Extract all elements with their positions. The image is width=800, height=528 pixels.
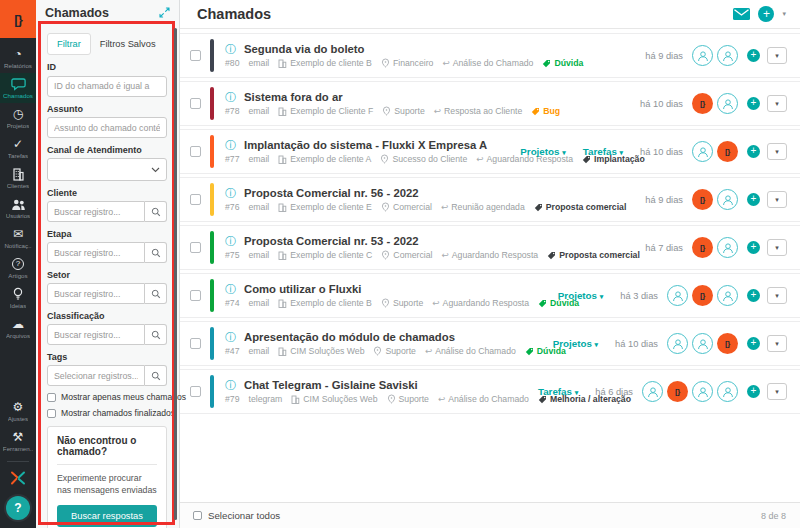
info-icon[interactable]: ⓘ bbox=[225, 140, 236, 151]
row-checkbox[interactable] bbox=[190, 146, 201, 157]
avatar[interactable] bbox=[692, 333, 713, 354]
search-button[interactable] bbox=[145, 242, 167, 263]
link-tarefas[interactable]: Tarefas ▾ bbox=[583, 146, 623, 157]
ticket-title[interactable]: Chat Telegram - Gislaine Saviski bbox=[244, 379, 418, 391]
search-button[interactable] bbox=[145, 201, 167, 222]
avatar[interactable] bbox=[717, 189, 738, 210]
add-assignee-button[interactable]: + bbox=[747, 49, 760, 62]
canal-select[interactable] bbox=[47, 158, 167, 181]
sidebar-item-usuarios[interactable]: Usuários bbox=[0, 193, 36, 223]
avatar[interactable] bbox=[717, 93, 738, 114]
info-icon[interactable]: ⓘ bbox=[225, 188, 236, 199]
filter-checkbox-row[interactable]: Mostrar chamados finalizados bbox=[47, 408, 167, 418]
filter-input-4[interactable] bbox=[47, 242, 145, 263]
app-logo[interactable]: [} bbox=[0, 0, 36, 38]
sidebar-item-ajustes[interactable]: ⚙Ajustes bbox=[0, 396, 36, 426]
ticket-row[interactable]: ⓘ Proposta Comercial nr. 53 - 2022 #75 e… bbox=[180, 225, 800, 270]
row-checkbox[interactable] bbox=[190, 290, 201, 301]
add-assignee-button[interactable]: + bbox=[747, 289, 760, 302]
row-checkbox[interactable] bbox=[190, 242, 201, 253]
row-checkbox[interactable] bbox=[190, 338, 201, 349]
info-icon[interactable]: ⓘ bbox=[225, 44, 236, 55]
ticket-title[interactable]: Como utilizar o Fluxki bbox=[244, 283, 361, 295]
add-assignee-button[interactable]: + bbox=[747, 337, 760, 350]
avatar[interactable] bbox=[692, 141, 713, 162]
avatar[interactable] bbox=[717, 285, 738, 306]
filter-input-1[interactable] bbox=[47, 117, 167, 138]
add-assignee-button[interactable]: + bbox=[747, 97, 760, 110]
collapse-panel-icon[interactable] bbox=[159, 4, 170, 22]
ticket-title[interactable]: Proposta Comercial nr. 56 - 2022 bbox=[244, 187, 419, 199]
search-button[interactable] bbox=[145, 283, 167, 304]
row-checkbox[interactable] bbox=[190, 194, 201, 205]
ticket-title[interactable]: Apresentação do módulo de chamados bbox=[244, 331, 455, 343]
info-icon[interactable]: ⓘ bbox=[225, 380, 236, 391]
sidebar-item-ideias[interactable]: Ideias bbox=[0, 283, 36, 313]
buscar-respostas-button[interactable]: Buscar respostas bbox=[57, 505, 157, 527]
ticket-row[interactable]: ⓘ Segunda via do boleto #80 email Exempl… bbox=[180, 33, 800, 78]
avatar[interactable]: [} bbox=[692, 237, 713, 258]
avatar[interactable]: [} bbox=[667, 381, 688, 402]
sidebar-item-relatorios[interactable]: ◔Relatórios bbox=[0, 43, 36, 73]
info-icon[interactable]: ⓘ bbox=[225, 236, 236, 247]
sidebar-item-arquivos[interactable]: ☁Arquivos bbox=[0, 313, 36, 343]
avatar[interactable] bbox=[692, 45, 713, 66]
avatar[interactable] bbox=[667, 285, 688, 306]
ticket-title[interactable]: Segunda via do boleto bbox=[244, 43, 365, 55]
search-button[interactable] bbox=[145, 324, 167, 345]
link-projetos[interactable]: Projetos ▾ bbox=[553, 338, 598, 349]
info-icon[interactable]: ⓘ bbox=[225, 92, 236, 103]
header-caret-icon[interactable]: ▾ bbox=[782, 10, 786, 18]
checkbox[interactable] bbox=[47, 393, 56, 402]
sidebar-item-projetos[interactable]: ◷Projetos bbox=[0, 103, 36, 133]
avatar[interactable] bbox=[667, 333, 688, 354]
row-actions-button[interactable]: ▾ bbox=[767, 47, 787, 64]
filter-panel-scrollbar[interactable] bbox=[174, 28, 177, 520]
help-button[interactable]: ? bbox=[6, 496, 30, 520]
ticket-row[interactable]: ⓘ Implantação do sistema - Fluxki X Empr… bbox=[180, 129, 800, 174]
ticket-row[interactable]: ⓘ Proposta Comercial nr. 56 - 2022 #76 e… bbox=[180, 177, 800, 222]
avatar[interactable] bbox=[717, 237, 738, 258]
link-projetos[interactable]: Projetos ▾ bbox=[558, 290, 603, 301]
mail-icon[interactable] bbox=[733, 8, 750, 20]
sidebar-item-chamados[interactable]: Chamados bbox=[0, 73, 36, 103]
filter-checkbox-row[interactable]: Mostrar apenas meus chamados bbox=[47, 392, 167, 402]
row-actions-button[interactable]: ▾ bbox=[767, 143, 787, 160]
tab-filtrar[interactable]: Filtrar bbox=[47, 33, 91, 55]
avatar[interactable]: [} bbox=[692, 189, 713, 210]
select-all-checkbox[interactable] bbox=[193, 511, 202, 520]
filter-input-0[interactable] bbox=[47, 76, 167, 97]
add-assignee-button[interactable]: + bbox=[747, 385, 760, 398]
avatar[interactable] bbox=[642, 381, 663, 402]
ticket-title[interactable]: Implantação do sistema - Fluxki X Empres… bbox=[244, 139, 487, 151]
row-actions-button[interactable]: ▾ bbox=[767, 383, 787, 400]
sidebar-item-clientes[interactable]: Clientes bbox=[0, 163, 36, 193]
filter-input-3[interactable] bbox=[47, 201, 145, 222]
filter-input-5[interactable] bbox=[47, 283, 145, 304]
avatar[interactable] bbox=[692, 381, 713, 402]
ticket-title[interactable]: Proposta Comercial nr. 53 - 2022 bbox=[244, 235, 419, 247]
ticket-row[interactable]: ⓘ Apresentação do módulo de chamados #47… bbox=[180, 321, 800, 366]
new-ticket-button[interactable]: + bbox=[758, 6, 774, 22]
row-actions-button[interactable]: ▾ bbox=[767, 95, 787, 112]
add-assignee-button[interactable]: + bbox=[747, 145, 760, 158]
row-actions-button[interactable]: ▾ bbox=[767, 335, 787, 352]
ticket-row[interactable]: ⓘ Sistema fora do ar #78 email Exemplo d… bbox=[180, 81, 800, 126]
ticket-row[interactable]: ⓘ Como utilizar o Fluxki #74 email Exemp… bbox=[180, 273, 800, 318]
info-icon[interactable]: ⓘ bbox=[225, 332, 236, 343]
filter-input-6[interactable] bbox=[47, 324, 145, 345]
avatar[interactable] bbox=[717, 45, 738, 66]
sidebar-item-artigos[interactable]: ?Artigos bbox=[0, 253, 36, 283]
link-tarefas[interactable]: Tarefas ▾ bbox=[538, 386, 578, 397]
avatar[interactable]: [} bbox=[717, 333, 738, 354]
row-actions-button[interactable]: ▾ bbox=[767, 191, 787, 208]
avatar[interactable]: [} bbox=[717, 141, 738, 162]
select-all[interactable]: Selecionar todos bbox=[193, 510, 280, 521]
search-button[interactable] bbox=[145, 365, 167, 386]
ticket-row[interactable]: ⓘ Chat Telegram - Gislaine Saviski #79 t… bbox=[180, 369, 800, 414]
add-assignee-button[interactable]: + bbox=[747, 193, 760, 206]
info-icon[interactable]: ⓘ bbox=[225, 284, 236, 295]
avatar[interactable] bbox=[717, 381, 738, 402]
sidebar-item-tarefas[interactable]: ✓Tarefas bbox=[0, 133, 36, 163]
add-assignee-button[interactable]: + bbox=[747, 241, 760, 254]
